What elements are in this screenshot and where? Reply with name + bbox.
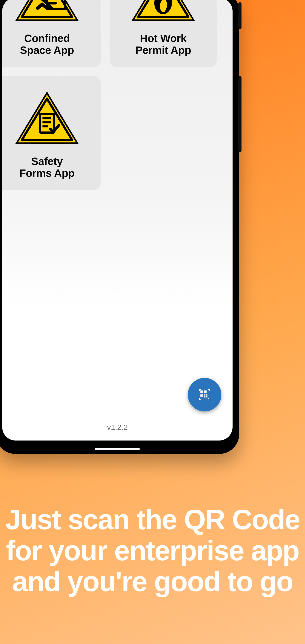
marketing-headline: Just scan the QR Code for your enterpris… <box>4 504 300 597</box>
confined-space-icon <box>14 0 80 24</box>
phone-side-button-small <box>238 2 242 29</box>
svg-rect-10 <box>206 394 208 396</box>
svg-rect-9 <box>204 394 206 396</box>
svg-rect-6 <box>200 390 202 393</box>
phone-side-button-long <box>238 76 242 152</box>
label-line1: Hot Work <box>140 32 186 44</box>
app-tile-label: Confined Space App <box>20 32 74 56</box>
svg-rect-7 <box>204 390 206 393</box>
label-line2: Space App <box>20 44 74 56</box>
app-tile-hot-work[interactable]: Hot Work Permit App <box>110 0 217 67</box>
app-tile-label: Hot Work Permit App <box>135 32 191 56</box>
qr-scan-fab[interactable] <box>188 378 221 412</box>
phone-nav-bar <box>95 448 140 450</box>
label-line1: Confined <box>24 32 70 44</box>
svg-rect-13 <box>208 398 209 399</box>
svg-rect-12 <box>206 396 208 398</box>
app-tile-grid: Confined Space App Hot <box>2 0 217 190</box>
app-tile-label: Safety Forms App <box>19 156 74 180</box>
svg-rect-11 <box>204 396 206 398</box>
phone-frame: Confined Space App Hot <box>0 0 239 454</box>
phone-screen: Confined Space App Hot <box>2 0 232 440</box>
form-check-icon <box>14 89 80 147</box>
qr-code-icon <box>198 388 211 402</box>
label-line2: Forms App <box>19 167 74 179</box>
app-tile-confined-space[interactable]: Confined Space App <box>2 0 100 67</box>
app-tile-safety-forms[interactable]: Safety Forms App <box>2 76 100 190</box>
app-version: v1.2.2 <box>2 423 232 432</box>
label-line1: Safety <box>31 156 62 167</box>
label-line2: Permit App <box>135 44 191 56</box>
flame-icon <box>130 0 197 24</box>
svg-rect-8 <box>200 394 202 397</box>
